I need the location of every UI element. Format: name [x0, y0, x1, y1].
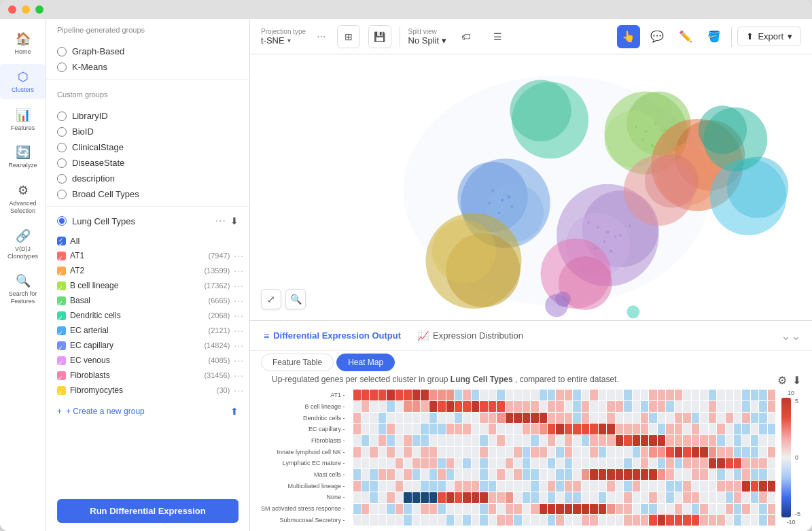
graph-based-option[interactable]: Graph-Based: [46, 44, 249, 59]
sidebar-item-vdj[interactable]: 🔗 V(D)J Clonotypes: [0, 223, 46, 266]
dendritic-checkbox[interactable]: ✓: [57, 311, 66, 320]
eccapillary-more[interactable]: ···: [234, 340, 244, 351]
heat-map-tab[interactable]: Heat Map: [336, 354, 395, 371]
dendritic-more[interactable]: ···: [234, 310, 244, 321]
description-radio[interactable]: [57, 174, 67, 184]
sidebar-item-home[interactable]: 🏠 Home: [0, 26, 46, 61]
select-tool-button[interactable]: 👆: [617, 25, 640, 48]
all-checkbox[interactable]: ✓: [57, 237, 66, 245]
list-item[interactable]: ✓ Dendritic cells (2068) ···: [57, 308, 249, 323]
list-item[interactable]: ✓ EC capillary (14824) ···: [57, 338, 249, 353]
panel-desc-row: Up-regulated genes per selected cluster …: [250, 374, 812, 387]
broadcelltypes-option[interactable]: Broad Cell Types: [46, 186, 249, 202]
save-button[interactable]: 💾: [368, 25, 391, 48]
list-item[interactable]: ✓ AT1 (7947) ···: [57, 248, 249, 263]
at1-more[interactable]: ···: [234, 250, 244, 261]
clinicalstage-option[interactable]: ClinicalStage: [46, 139, 249, 155]
bioid-radio[interactable]: [57, 127, 67, 137]
projection-value-container[interactable]: t-SNE ▾: [261, 35, 306, 46]
list-item[interactable]: ✓ EC venous (4085) ···: [57, 353, 249, 368]
heatmap-cell: [692, 401, 699, 412]
bcell-checkbox[interactable]: ✓: [57, 281, 66, 290]
kmeans-option[interactable]: K-Means: [46, 59, 249, 75]
list-item[interactable]: ✓ Fibroblasts (31456) ···: [57, 368, 249, 383]
sidebar-item-clusters[interactable]: ⬡ Clusters: [0, 64, 46, 99]
tab-diffexpr[interactable]: ≡ Differential Expression Output: [261, 330, 404, 341]
ecarterial-more[interactable]: ···: [234, 325, 244, 336]
export-button[interactable]: ⬆ Export ▾: [737, 27, 801, 46]
split-value-container[interactable]: No Split ▾: [408, 35, 447, 46]
basal-more[interactable]: ···: [234, 295, 244, 306]
sidebar-item-search[interactable]: 🔍 Search for Features: [0, 268, 46, 311]
create-group-upload[interactable]: ⬆: [230, 406, 239, 417]
heatmap-cell: [480, 447, 487, 458]
heatmap-cell: [540, 390, 547, 400]
list-item[interactable]: ✓ Fibromyocytes (30) ···: [57, 383, 249, 398]
collapse-button[interactable]: ⌄⌄: [781, 328, 801, 343]
heatmap-cell: [582, 424, 589, 434]
zoom-search-button[interactable]: 🔍: [285, 289, 306, 309]
bioid-option[interactable]: BioID: [46, 124, 249, 139]
ecarterial-checkbox[interactable]: ✓: [57, 326, 66, 335]
svg-point-25: [699, 105, 747, 154]
description-option[interactable]: description: [46, 171, 249, 186]
at2-more[interactable]: ···: [234, 265, 244, 276]
lung-more-dots[interactable]: ···: [215, 215, 226, 227]
at1-checkbox[interactable]: ✓: [57, 252, 66, 260]
settings-button[interactable]: ☰: [486, 25, 509, 48]
libraryid-radio[interactable]: [57, 112, 67, 121]
all-cell-item[interactable]: ✓ All: [57, 234, 249, 248]
heatmap-cell: [531, 390, 538, 400]
heatmap-download-icon[interactable]: ⬇: [792, 374, 801, 387]
maximize-button[interactable]: [35, 5, 43, 14]
diseasestate-option[interactable]: DiseaseState: [46, 155, 249, 171]
basal-checkbox[interactable]: ✓: [57, 296, 66, 305]
projection-more[interactable]: ···: [314, 28, 328, 46]
diseasestate-radio[interactable]: [57, 158, 67, 168]
sidebar-item-reanalyze[interactable]: 🔄 Reanalyze: [0, 139, 46, 175]
lung-cell-types-radio[interactable]: [57, 216, 67, 226]
tab-exprdist[interactable]: 📈 Expression Distribution: [414, 330, 526, 341]
sidebar-item-features[interactable]: 📊 Features: [0, 102, 46, 137]
draw-tool-button[interactable]: ✏️: [674, 25, 697, 48]
heatmap-cell: [633, 424, 640, 434]
heatmap-cell: [582, 435, 589, 446]
ecvenous-more[interactable]: ···: [234, 355, 244, 366]
create-group-button[interactable]: + + Create a new group ⬆: [46, 400, 249, 422]
heatmap-cell: [759, 390, 766, 400]
heatmap-cell: [666, 447, 673, 458]
eccapillary-checkbox[interactable]: ✓: [57, 341, 66, 350]
list-item[interactable]: ✓ B cell lineage (17362) ···: [57, 278, 249, 293]
list-item[interactable]: ✓ AT2 (13599) ···: [57, 263, 249, 278]
graph-based-radio[interactable]: [57, 47, 67, 56]
clinicalstage-radio[interactable]: [57, 143, 67, 152]
fibromyocytes-checkbox[interactable]: ✓: [57, 386, 66, 395]
feature-table-tab[interactable]: Feature Table: [261, 354, 334, 371]
kmeans-radio[interactable]: [57, 63, 67, 72]
sidebar-item-advanced[interactable]: ⚙ Advanced Selection: [0, 177, 46, 220]
ecvenous-checkbox[interactable]: ✓: [57, 356, 66, 365]
heatmap-cell: [624, 413, 631, 424]
fibroblasts-more[interactable]: ···: [234, 370, 244, 381]
list-item[interactable]: ✓ EC arterial (2121) ···: [57, 323, 249, 338]
bcell-more[interactable]: ···: [234, 280, 244, 291]
heatmap-settings-icon[interactable]: ⚙: [777, 374, 787, 387]
list-item[interactable]: ✓ Basal (6665) ···: [57, 293, 249, 308]
zoom-expand-button[interactable]: ⤢: [261, 289, 281, 309]
libraryid-option[interactable]: LibraryID: [46, 108, 249, 124]
broadcelltypes-radio[interactable]: [57, 190, 67, 199]
fullscreen-button[interactable]: ⊞: [337, 25, 360, 48]
comment-tool-button[interactable]: 💬: [646, 25, 669, 48]
close-button[interactable]: [8, 5, 16, 14]
lung-download-icon[interactable]: ⬇: [230, 216, 239, 226]
svg-point-27: [597, 226, 599, 229]
tag-button[interactable]: 🏷: [455, 25, 478, 48]
fill-tool-button[interactable]: 🪣: [703, 25, 726, 48]
fibroblasts-checkbox[interactable]: ✓: [57, 371, 66, 380]
fibromyocytes-more[interactable]: ···: [234, 385, 244, 396]
run-diff-expr-button[interactable]: Run Differential Expression: [57, 499, 239, 523]
minimize-button[interactable]: [22, 5, 30, 14]
heatmap-cell: [353, 447, 361, 458]
at2-checkbox[interactable]: ✓: [57, 267, 66, 275]
heatmap-cell: [726, 458, 733, 469]
